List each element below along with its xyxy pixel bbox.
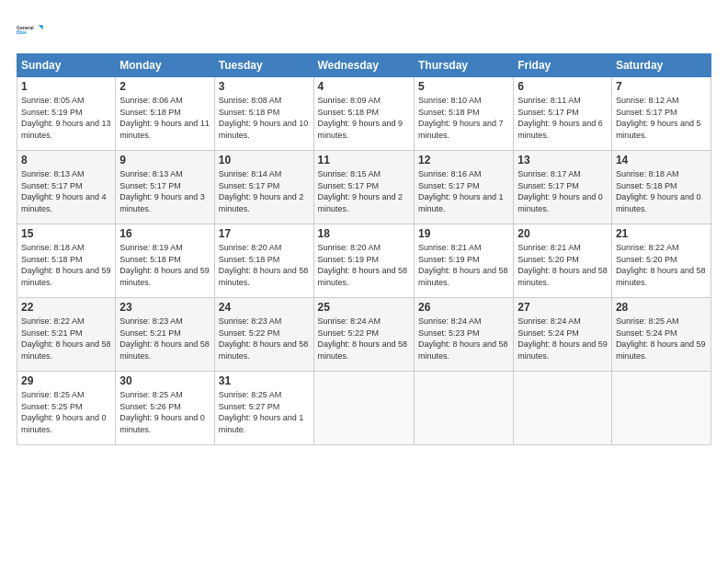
col-wednesday: Wednesday [313,54,414,77]
week-row-3: 15Sunrise: 8:18 AMSunset: 5:18 PMDayligh… [17,224,711,298]
col-tuesday: Tuesday [214,54,313,77]
calendar-cell: 3Sunrise: 8:08 AMSunset: 5:18 PMDaylight… [214,77,313,151]
week-row-4: 22Sunrise: 8:22 AMSunset: 5:21 PMDayligh… [17,298,711,372]
calendar-cell: 18Sunrise: 8:20 AMSunset: 5:19 PMDayligh… [313,224,414,298]
calendar-cell: 5Sunrise: 8:10 AMSunset: 5:18 PMDaylight… [414,77,513,151]
logo-icon: GeneralBlue [17,17,44,44]
calendar-cell: 23Sunrise: 8:23 AMSunset: 5:21 PMDayligh… [116,298,214,372]
calendar-cell [514,372,612,445]
calendar-cell: 9Sunrise: 8:13 AMSunset: 5:17 PMDaylight… [116,151,214,224]
page-header: GeneralBlue [17,17,711,44]
calendar-cell: 7Sunrise: 8:12 AMSunset: 5:17 PMDaylight… [611,77,711,151]
col-sunday: Sunday [17,54,116,77]
col-friday: Friday [514,54,612,77]
col-thursday: Thursday [414,54,513,77]
calendar-cell: 1Sunrise: 8:05 AMSunset: 5:19 PMDaylight… [17,77,116,151]
calendar-cell: 17Sunrise: 8:20 AMSunset: 5:18 PMDayligh… [214,224,313,298]
calendar-cell [611,372,711,445]
calendar-cell [414,372,513,445]
calendar-cell: 19Sunrise: 8:21 AMSunset: 5:19 PMDayligh… [414,224,513,298]
week-row-1: 1Sunrise: 8:05 AMSunset: 5:19 PMDaylight… [17,77,711,151]
svg-text:General: General [17,25,34,30]
calendar-cell: 24Sunrise: 8:23 AMSunset: 5:22 PMDayligh… [214,298,313,372]
calendar-cell: 12Sunrise: 8:16 AMSunset: 5:17 PMDayligh… [414,151,513,224]
calendar-cell: 27Sunrise: 8:24 AMSunset: 5:24 PMDayligh… [514,298,612,372]
logo: GeneralBlue [17,17,44,44]
calendar-cell: 11Sunrise: 8:15 AMSunset: 5:17 PMDayligh… [313,151,414,224]
calendar-cell: 16Sunrise: 8:19 AMSunset: 5:18 PMDayligh… [116,224,214,298]
calendar-cell: 20Sunrise: 8:21 AMSunset: 5:20 PMDayligh… [514,224,612,298]
calendar-cell [313,372,414,445]
calendar-cell: 22Sunrise: 8:22 AMSunset: 5:21 PMDayligh… [17,298,116,372]
calendar-cell: 14Sunrise: 8:18 AMSunset: 5:18 PMDayligh… [611,151,711,224]
calendar-cell: 25Sunrise: 8:24 AMSunset: 5:22 PMDayligh… [313,298,414,372]
calendar-cell: 15Sunrise: 8:18 AMSunset: 5:18 PMDayligh… [17,224,116,298]
calendar-cell: 13Sunrise: 8:17 AMSunset: 5:17 PMDayligh… [514,151,612,224]
calendar-header-row: Sunday Monday Tuesday Wednesday Thursday… [17,54,711,77]
calendar-cell: 28Sunrise: 8:25 AMSunset: 5:24 PMDayligh… [611,298,711,372]
calendar-table: Sunday Monday Tuesday Wednesday Thursday… [17,53,711,445]
week-row-5: 29Sunrise: 8:25 AMSunset: 5:25 PMDayligh… [17,372,711,445]
calendar-cell: 8Sunrise: 8:13 AMSunset: 5:17 PMDaylight… [17,151,116,224]
svg-text:Blue: Blue [17,29,27,35]
calendar-cell: 26Sunrise: 8:24 AMSunset: 5:23 PMDayligh… [414,298,513,372]
week-row-2: 8Sunrise: 8:13 AMSunset: 5:17 PMDaylight… [17,151,711,224]
calendar-cell: 6Sunrise: 8:11 AMSunset: 5:17 PMDaylight… [514,77,612,151]
calendar-cell: 21Sunrise: 8:22 AMSunset: 5:20 PMDayligh… [611,224,711,298]
calendar-cell: 31Sunrise: 8:25 AMSunset: 5:27 PMDayligh… [214,372,313,445]
col-saturday: Saturday [611,54,711,77]
calendar-cell: 4Sunrise: 8:09 AMSunset: 5:18 PMDaylight… [313,77,414,151]
col-monday: Monday [116,54,214,77]
calendar-cell: 29Sunrise: 8:25 AMSunset: 5:25 PMDayligh… [17,372,116,445]
svg-marker-2 [39,25,43,29]
calendar-cell: 2Sunrise: 8:06 AMSunset: 5:18 PMDaylight… [116,77,214,151]
calendar-cell: 30Sunrise: 8:25 AMSunset: 5:26 PMDayligh… [116,372,214,445]
calendar-cell: 10Sunrise: 8:14 AMSunset: 5:17 PMDayligh… [214,151,313,224]
